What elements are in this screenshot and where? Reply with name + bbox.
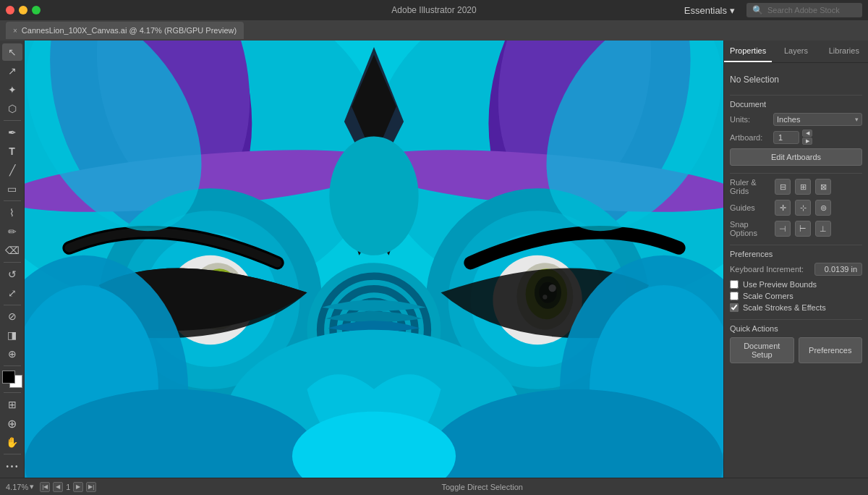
paintbrush-tool[interactable]: ⌇ (2, 204, 22, 221)
minimize-button[interactable] (19, 6, 27, 14)
direct-selection-tool[interactable]: ↗ (2, 62, 22, 80)
ruler-icon-btn[interactable]: ⊟ (775, 179, 791, 195)
more-tools-btn[interactable]: • • • (2, 457, 22, 475)
eraser-tool[interactable]: ⌫ (2, 242, 22, 259)
titlebar: Adobe Illustrator 2020 Essentials ▾ 🔍 (0, 0, 868, 20)
document-section: Document Units: Inches ▾ Artboard: ◀ ▶ (730, 100, 862, 166)
guides-icon-2[interactable]: ⊹ (795, 200, 811, 216)
panel-tabs: Properties Layers Libraries (724, 41, 868, 63)
rectangle-tool[interactable]: ▭ (2, 180, 22, 198)
type-tool[interactable]: T (2, 143, 22, 160)
snap-icon-1[interactable]: ⊣ (775, 221, 791, 237)
tab-filename: CannesLion_100X_Canvas.ai @ 4.17% (RGB/G… (22, 26, 237, 35)
artboard-prev[interactable]: ◀ (802, 130, 812, 137)
artboard-input[interactable] (773, 131, 799, 144)
rotate-tool[interactable]: ↺ (2, 266, 22, 283)
artboard-first-btn[interactable]: |◀ (40, 482, 50, 492)
tab-libraries[interactable]: Libraries (820, 41, 868, 62)
preferences-section: Preferences Keyboard Increment: Use Prev… (730, 250, 862, 312)
titlebar-right: Essentials ▾ 🔍 (684, 3, 862, 17)
status-center: Toggle Direct Selection (102, 483, 862, 491)
tool-divider-6 (4, 392, 21, 393)
units-label: Units: (730, 115, 770, 124)
workspace-label: Essentials (684, 5, 727, 16)
artboard-next[interactable]: ▶ (802, 138, 812, 145)
ruler-grids-row: Ruler & Grids ⊟ ⊞ ⊠ (730, 178, 862, 195)
keyboard-increment-input[interactable] (814, 263, 862, 276)
gradient-tool[interactable]: ◨ (2, 326, 22, 344)
artboard-prev-btn[interactable]: ◀ (53, 482, 63, 492)
toggle-label: Toggle Direct Selection (441, 483, 523, 491)
scale-strokes-row: Scale Strokes & Effects (730, 303, 862, 312)
workspace-selector[interactable]: Essentials ▾ (684, 5, 735, 16)
statusbar: 4.17% ▾ |◀ ◀ 1 ▶ ▶| Toggle Direct Select… (0, 478, 868, 495)
hand-tool[interactable]: ✋ (2, 433, 22, 451)
pen-tool[interactable]: ✒ (2, 124, 22, 141)
app-title: Adobe Illustrator 2020 (391, 5, 476, 15)
magic-wand-tool[interactable]: ✦ (2, 81, 22, 98)
artboard-label: Artboard: (730, 133, 770, 142)
guides-icon-3[interactable]: ⊚ (815, 200, 831, 216)
units-arrow: ▾ (855, 116, 859, 123)
edit-artboards-btn[interactable]: Edit Artboards (730, 148, 862, 166)
toolbar: ↖ ↗ ✦ ⬡ ✒ T ╱ ▭ ⌇ ✏ ⌫ ↺ ⤢ ⊘ ◨ ⊕ ⊞ ⊕ ✋ • … (0, 41, 25, 478)
pencil-tool[interactable]: ✏ (2, 223, 22, 240)
preferences-btn[interactable]: Preferences (799, 337, 863, 363)
color-box[interactable] (2, 371, 22, 388)
document-tab[interactable]: × CannesLion_100X_Canvas.ai @ 4.17% (RGB… (6, 22, 244, 39)
tab-properties[interactable]: Properties (724, 41, 772, 62)
main-layout: ↖ ↗ ✦ ⬡ ✒ T ╱ ▭ ⌇ ✏ ⌫ ↺ ⤢ ⊘ ◨ ⊕ ⊞ ⊕ ✋ • … (0, 41, 868, 478)
traffic-lights (6, 6, 41, 14)
snap-options-row: Snap Options ⊣ ⊢ ⊥ (730, 220, 862, 237)
snap-icon-2[interactable]: ⊢ (795, 221, 811, 237)
quick-actions-row: Document Setup Preferences (730, 337, 862, 363)
artboard-tool[interactable]: ⊞ (2, 396, 22, 413)
preferences-section-title: Preferences (730, 250, 862, 258)
tab-layers[interactable]: Layers (772, 41, 820, 62)
artboard-arrows: ◀ ▶ (802, 130, 812, 145)
artboard-last-btn[interactable]: ▶| (86, 482, 96, 492)
grid-icon-btn[interactable]: ⊞ (795, 179, 811, 195)
snap-options-label: Snap Options (730, 220, 770, 237)
selection-tool[interactable]: ↖ (2, 43, 22, 61)
guides-row: Guides ✛ ⊹ ⊚ (730, 200, 862, 216)
document-section-title: Document (730, 100, 862, 109)
close-button[interactable] (6, 6, 14, 14)
use-preview-bounds-checkbox[interactable] (730, 280, 739, 289)
lasso-tool[interactable]: ⬡ (2, 100, 22, 117)
divider-1 (730, 95, 862, 96)
artboard-next-btn[interactable]: ▶ (73, 482, 83, 492)
tab-close-icon[interactable]: × (13, 27, 17, 35)
scale-strokes-checkbox[interactable] (730, 303, 739, 312)
units-select[interactable]: Inches ▾ (773, 113, 862, 126)
scale-corners-row: Scale Corners (730, 292, 862, 300)
keyboard-increment-row: Keyboard Increment: (730, 263, 862, 276)
guides-icon-1[interactable]: ✛ (775, 200, 791, 216)
foreground-color[interactable] (2, 371, 15, 384)
artboard-row: Artboard: ◀ ▶ (730, 130, 862, 145)
tool-divider-7 (4, 454, 21, 454)
tool-divider-2 (4, 200, 21, 201)
scale-strokes-label: Scale Strokes & Effects (743, 303, 826, 312)
snap-icon-3[interactable]: ⊥ (815, 221, 831, 237)
maximize-button[interactable] (32, 6, 41, 14)
keyboard-increment-label: Keyboard Increment: (730, 265, 812, 274)
zoom-display[interactable]: 4.17% ▾ (6, 482, 34, 491)
eyedropper-tool[interactable]: ⊘ (2, 308, 22, 325)
tool-divider-3 (4, 262, 21, 263)
divider-3 (730, 245, 862, 245)
blend-tool[interactable]: ⊕ (2, 345, 22, 363)
stock-search[interactable]: 🔍 (746, 3, 862, 17)
scale-tool[interactable]: ⤢ (2, 284, 22, 302)
scale-corners-checkbox[interactable] (730, 292, 739, 300)
guides-label: Guides (730, 203, 770, 212)
artboard-nav: |◀ ◀ 1 ▶ ▶| (40, 482, 96, 492)
tool-divider-5 (4, 365, 21, 366)
canvas-area[interactable] (25, 41, 723, 478)
document-setup-btn[interactable]: Document Setup (730, 337, 794, 363)
perspective-grid-btn[interactable]: ⊠ (815, 179, 831, 195)
zoom-tool[interactable]: ⊕ (2, 415, 22, 432)
search-input[interactable] (767, 6, 856, 14)
ruler-grids-label: Ruler & Grids (730, 178, 770, 195)
line-tool[interactable]: ╱ (2, 161, 22, 179)
